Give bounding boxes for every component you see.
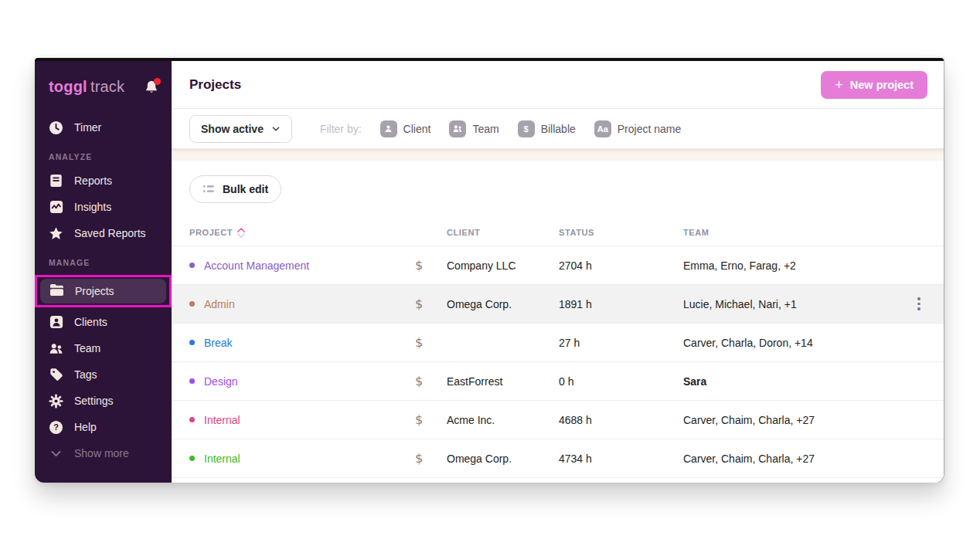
project-color-dot	[189, 378, 195, 384]
table-row[interactable]: Internal $ Acme Inc. 4688 h Carver, Chai…	[172, 401, 944, 439]
project-name[interactable]: Admin	[204, 298, 235, 310]
column-header-team[interactable]: TEAM	[683, 228, 903, 237]
table-header-row: PROJECT CLIENT STATUS TEAM	[172, 219, 944, 246]
content-area: Bulk edit PROJECT CLIENT STATUS TEAM	[172, 161, 944, 483]
new-project-label: New project	[850, 79, 914, 91]
sidebar-item-saved-reports[interactable]: Saved Reports	[35, 220, 172, 246]
client-cell: Company LLC	[447, 259, 559, 272]
project-name[interactable]: Internal	[204, 453, 240, 465]
sidebar-item-reports[interactable]: Reports	[35, 168, 172, 194]
toggl-track-logo: toggltrack	[49, 78, 124, 96]
logo-row: toggltrack	[35, 61, 172, 114]
chip-label: Billable	[541, 123, 576, 135]
show-active-dropdown[interactable]: Show active	[189, 115, 292, 143]
filter-chip-team[interactable]: Team	[449, 120, 499, 137]
project-name[interactable]: Break	[204, 337, 233, 349]
sidebar-item-team[interactable]: Team	[35, 335, 172, 361]
team-cell: Sara	[683, 375, 903, 388]
column-header-client[interactable]: CLIENT	[447, 228, 559, 237]
project-color-dot	[189, 456, 195, 461]
sidebar-item-insights[interactable]: Insights	[35, 194, 172, 220]
status-cell: 2704 h	[559, 259, 683, 272]
table-row[interactable]: Account Management $ Company LLC 2704 h …	[172, 246, 944, 285]
star-icon	[49, 226, 63, 241]
text-icon: Aa	[594, 120, 611, 137]
project-cell[interactable]: Account Management	[189, 259, 415, 272]
billable-dollar-icon: $	[415, 451, 447, 466]
project-cell[interactable]: Admin	[189, 298, 415, 310]
project-color-dot	[189, 301, 195, 307]
billable-dollar-icon: $	[415, 374, 447, 388]
project-name[interactable]: Account Management	[204, 259, 309, 272]
svg-text:?: ?	[53, 422, 59, 432]
table-row[interactable]: Break $ 27 h Carver, Charla, Doron, +14	[172, 324, 944, 362]
sort-icon	[237, 228, 245, 238]
status-cell: 4688 h	[559, 414, 683, 426]
sidebar-item-timer[interactable]: Timer	[35, 114, 172, 141]
sidebar-item-projects[interactable]: Projects	[40, 279, 166, 303]
sidebar-item-tags[interactable]: Tags	[35, 361, 172, 388]
project-cell[interactable]: Break	[189, 337, 415, 349]
page-header: Projects + New project	[172, 61, 944, 109]
billable-dollar-icon: $	[415, 258, 447, 273]
filter-chip-project-name[interactable]: Aa Project name	[594, 120, 681, 137]
table-row[interactable]: Admin $ Omega Corp. 1891 h Lucie, Michae…	[172, 285, 944, 324]
plus-icon: +	[835, 78, 843, 92]
sidebar: toggltrack Timer ANALYZE Reports Insi	[35, 61, 172, 483]
project-cell[interactable]: Design	[189, 375, 415, 388]
sidebar-item-label: Show more	[74, 447, 129, 459]
sidebar-section-analyze: ANALYZE	[35, 141, 172, 168]
bulk-edit-button[interactable]: Bulk edit	[189, 175, 281, 203]
project-name[interactable]: Design	[204, 375, 238, 388]
sidebar-item-label: Help	[74, 421, 97, 433]
active-item-highlight-outline: Projects	[35, 275, 172, 307]
sidebar-item-clients[interactable]: Clients	[35, 309, 172, 335]
client-cell: EastForrest	[447, 375, 559, 388]
project-color-dot	[189, 263, 195, 268]
column-header-status[interactable]: STATUS	[559, 228, 683, 237]
sidebar-item-label: Team	[74, 342, 100, 354]
notification-dot	[154, 78, 161, 85]
team-cell: Carver, Chaim, Charla, +27	[683, 453, 903, 465]
sidebar-item-label: Timer	[74, 121, 101, 134]
filter-chip-client[interactable]: Client	[380, 120, 431, 137]
team-cell: Carver, Charla, Doron, +14	[683, 337, 903, 349]
filter-by-label: Filter by:	[320, 123, 362, 135]
notifications-bell-icon[interactable]	[144, 80, 159, 95]
cream-divider-band	[172, 149, 944, 161]
sidebar-item-label: Clients	[74, 316, 107, 328]
table-row[interactable]: Internal $ Omega Corp. 4734 h Carver, Ch…	[172, 439, 944, 478]
client-cell: Acme Inc.	[447, 414, 559, 426]
project-cell[interactable]: Internal	[189, 414, 415, 426]
team-cell: Carver, Chaim, Charla, +27	[683, 414, 903, 426]
status-cell: 0 h	[559, 375, 683, 388]
chevron-down-icon	[271, 124, 281, 134]
filter-bar: Show active Filter by: Client Team $ Bil…	[172, 109, 944, 149]
client-cell: Omega Corp.	[447, 298, 559, 310]
help-question-icon: ?	[49, 420, 63, 435]
sidebar-section-manage: MANAGE	[35, 246, 172, 273]
sidebar-item-label: Settings	[74, 395, 114, 407]
new-project-button[interactable]: + New project	[821, 71, 927, 99]
project-cell[interactable]: Internal	[189, 453, 415, 465]
clock-icon	[49, 120, 63, 135]
tag-icon	[49, 368, 63, 382]
page-title: Projects	[189, 77, 241, 93]
document-icon	[49, 174, 63, 188]
people-icon	[49, 341, 63, 356]
billable-dollar-icon: $	[415, 412, 447, 427]
kebab-menu[interactable]	[910, 295, 928, 314]
sidebar-item-help[interactable]: ? Help	[35, 414, 172, 440]
billable-dollar-icon: $	[415, 335, 447, 350]
table-row[interactable]: Design $ EastForrest 0 h Sara	[172, 362, 944, 401]
filter-chip-billable[interactable]: $ Billable	[518, 120, 576, 137]
column-header-project[interactable]: PROJECT	[189, 228, 415, 238]
main-area: Projects + New project Show active Filte…	[172, 61, 944, 483]
sidebar-item-label: Reports	[74, 175, 112, 187]
sidebar-item-label: Tags	[74, 368, 97, 381]
project-name[interactable]: Internal	[204, 414, 240, 426]
sidebar-item-settings[interactable]: Settings	[35, 388, 172, 414]
team-cell: Lucie, Michael, Nari, +1	[683, 298, 903, 310]
sidebar-show-more[interactable]: Show more	[35, 440, 172, 466]
logo-toggl: toggl	[49, 78, 87, 95]
